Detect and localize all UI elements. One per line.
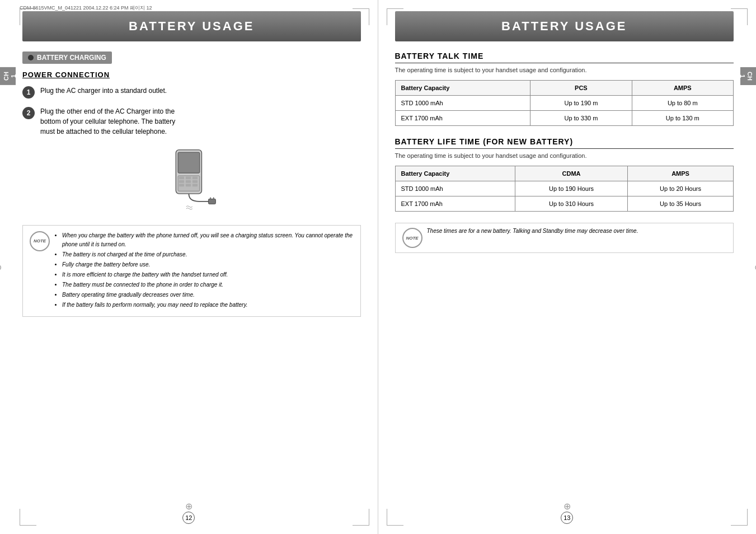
- table1-r1c2: Up to 190 m: [530, 96, 632, 111]
- note-box-left: NOTE When you charge the battery with th…: [22, 225, 361, 317]
- svg-rect-5: [192, 177, 198, 180]
- left-page-number: 12: [182, 512, 195, 524]
- table1-r2c2: Up to 330 m: [530, 111, 632, 126]
- note-list: When you charge the battery with the pho…: [54, 231, 354, 311]
- note-item-5: The battery must be connected to the pho…: [62, 280, 354, 289]
- power-connection-title: POWER CONNECTION: [22, 71, 361, 79]
- note-box-right: NOTE These times are for a new battery. …: [395, 223, 734, 253]
- file-info: CDM-8615VMC_M_041221 2004.12.22 6:24 PM …: [20, 4, 152, 12]
- life-time-subtitle: The operating time is subject to your ha…: [395, 152, 734, 159]
- corner-mark-bl: [20, 509, 36, 526]
- page: CDM-8615VMC_M_041221 2004.12.22 6:24 PM …: [0, 0, 756, 534]
- life-time-title: BATTERY LIFE TIME (FOR NEW BATTERY): [395, 137, 734, 149]
- corner-mark-br: [353, 509, 369, 526]
- battery-charging-label: BATTERY CHARGING: [22, 51, 112, 64]
- table1-row-2: EXT 1700 mAh Up to 330 m Up to 130 m: [395, 111, 734, 126]
- table2-r2c3: Up to 35 Hours: [628, 196, 734, 212]
- table2-row-2: EXT 1700 mAh Up to 310 Hours Up to 35 Ho…: [395, 196, 734, 212]
- right-page-number: 13: [561, 512, 573, 524]
- svg-rect-11: [192, 184, 198, 187]
- note-item-3: Fully charge the battery before use.: [62, 260, 354, 269]
- svg-rect-4: [186, 177, 191, 180]
- right-page-header: BATTERY USAGE: [395, 11, 734, 41]
- phone-svg: [158, 147, 225, 214]
- corner-mark-tr-r: [731, 8, 748, 25]
- note-item-1: When you charge the battery with the pho…: [62, 231, 354, 249]
- right-note-text: These times are for a new battery. Talki…: [427, 228, 638, 234]
- left-page-header: BATTERY USAGE: [22, 11, 361, 41]
- note-item-2: The battery is not charged at the time o…: [62, 250, 354, 259]
- table1-r2c1: EXT 1700 mAh: [395, 111, 530, 126]
- phone-image: [22, 144, 361, 217]
- table1-row-1: STD 1000 mAh Up to 190 m Up to 80 m: [395, 96, 734, 111]
- table2-r1c2: Up to 190 Hours: [515, 181, 627, 196]
- svg-rect-8: [192, 180, 198, 183]
- note-item-4: It is more efficient to charge the batte…: [62, 270, 354, 279]
- table1-header-col2: PCS: [530, 81, 632, 96]
- step-1-number: 1: [22, 86, 35, 99]
- note-icon-left: NOTE: [30, 231, 50, 251]
- table1-r1c3: Up to 80 m: [632, 96, 733, 111]
- corner-mark-tr: [353, 8, 369, 25]
- table1-r2c3: Up to 130 m: [632, 111, 733, 126]
- table2-r2c2: Up to 310 Hours: [515, 196, 627, 212]
- table2-r2c1: EXT 1700 mAh: [395, 196, 515, 212]
- table2-header-col3: AMPS: [628, 166, 734, 181]
- chapter-tab-right: CH 1: [740, 67, 756, 85]
- talk-time-table: Battery Capacity PCS AMPS STD 1000 mAh U…: [395, 80, 734, 126]
- center-crosshair-left: ⊕: [185, 501, 192, 512]
- life-time-table: Battery Capacity CDMA AMPS STD 1000 mAh …: [395, 166, 734, 212]
- svg-rect-7: [186, 180, 191, 183]
- table1-header-col1: Battery Capacity: [395, 81, 530, 96]
- right-page: CH 1 BATTERY USAGE BATTERY TALK TIME The…: [378, 0, 757, 534]
- step-2-number: 2: [22, 107, 35, 119]
- left-page: CDM-8615VMC_M_041221 2004.12.22 6:24 PM …: [0, 0, 378, 534]
- table2-row-1: STD 1000 mAh Up to 190 Hours Up to 20 Ho…: [395, 181, 734, 196]
- edge-crosshair-left: ⊕: [0, 262, 2, 273]
- svg-rect-6: [179, 180, 184, 183]
- svg-rect-10: [186, 184, 191, 187]
- step-1: 1 Plug the AC charger into a standard ou…: [22, 86, 361, 99]
- step-2-text: Plug the other end of the AC Charger int…: [40, 106, 175, 137]
- svg-rect-9: [179, 184, 184, 187]
- center-crosshair-right: ⊕: [564, 501, 571, 512]
- table2-r1c1: STD 1000 mAh: [395, 181, 515, 196]
- step-2: 2 Plug the other end of the AC Charger i…: [22, 106, 361, 137]
- table1-header-col3: AMPS: [632, 81, 733, 96]
- talk-time-subtitle: The operating time is subject to your ha…: [395, 67, 734, 73]
- svg-rect-1: [178, 152, 200, 173]
- talk-time-title: BATTERY TALK TIME: [395, 51, 734, 63]
- chapter-tab-left: CH 1: [0, 67, 16, 85]
- corner-mark-bl-r: [387, 509, 403, 526]
- table2-r1c3: Up to 20 Hours: [628, 181, 734, 196]
- table2-header-col2: CDMA: [515, 166, 627, 181]
- bullet-icon: [28, 55, 34, 60]
- svg-rect-12: [209, 199, 216, 204]
- corner-mark-br-r: [731, 509, 748, 526]
- note-item-6: Battery operating time gradually decreas…: [62, 291, 354, 299]
- table1-r1c1: STD 1000 mAh: [395, 96, 530, 111]
- step-1-text: Plug the AC charger into a standard outl…: [40, 86, 167, 96]
- corner-mark-tl-r: [387, 8, 403, 25]
- note-item-7: If the battery fails to perform normally…: [62, 301, 354, 310]
- note-icon-right: NOTE: [402, 228, 422, 248]
- table2-header-col1: Battery Capacity: [395, 166, 515, 181]
- svg-rect-3: [179, 177, 184, 180]
